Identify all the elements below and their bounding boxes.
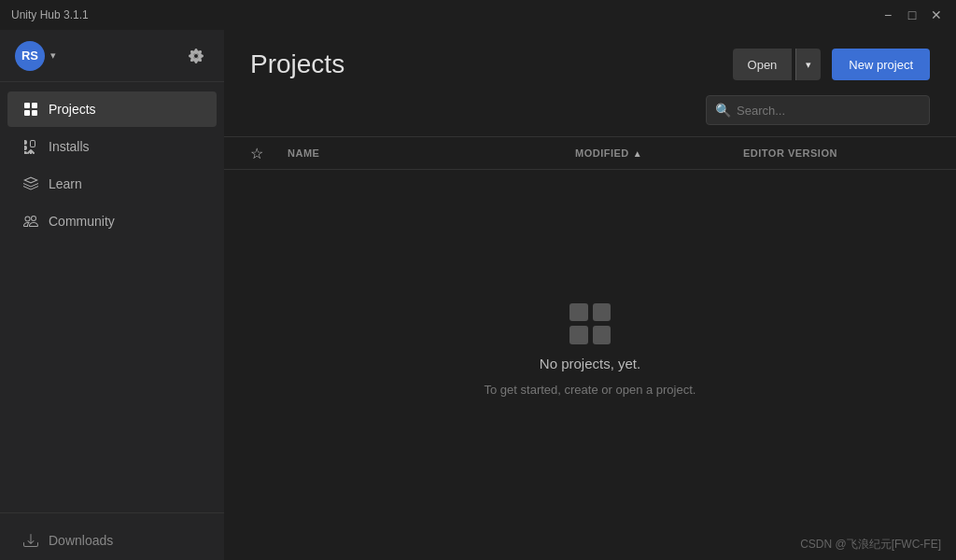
maximize-button[interactable]: □ [904,7,921,23]
sidebar-nav: Projects Installs Lea [0,82,224,512]
download-icon [22,532,39,549]
watermark: CSDN @飞浪纪元[FWC-FE] [224,529,956,560]
projects-icon [22,101,39,118]
empty-icon-sq2 [593,303,612,322]
title-bar: Unity Hub 3.1.1 − □ ✕ [0,0,956,30]
search-icon: 🔍 [715,103,731,118]
close-button[interactable]: ✕ [928,7,945,23]
page-title: Projects [250,49,344,79]
minimize-button[interactable]: − [879,7,896,23]
sidebar-item-installs-label: Installs [49,139,90,154]
main-header: Projects Open ▾ New project [224,30,956,95]
modified-column-header[interactable]: MODIFIED ▲ [575,147,743,159]
empty-icon-sq3 [569,326,588,344]
header-actions: Open ▾ New project [733,49,930,80]
community-icon [22,213,39,230]
avatar[interactable]: RS [15,41,45,71]
learn-icon [22,175,39,192]
empty-icon-sq4 [593,326,612,344]
name-column-header[interactable]: NAME [288,147,575,159]
sidebar-item-downloads[interactable]: Downloads [7,523,217,558]
gear-icon [189,49,204,63]
chevron-down-icon[interactable]: ▾ [50,49,56,62]
sort-arrow-icon: ▲ [633,148,642,159]
sidebar-item-installs[interactable]: Installs [7,129,217,164]
sidebar-item-learn-label: Learn [49,176,82,191]
star-column-header: ☆ [250,145,288,162]
empty-subtitle: To get started, create or open a project… [485,383,696,397]
sidebar-item-downloads-label: Downloads [49,533,113,548]
empty-icon [569,303,611,344]
search-container: 🔍 [706,95,930,125]
main-content: Projects Open ▾ New project 🔍 ☆ NAME MOD… [224,30,956,560]
sidebar-item-projects[interactable]: Projects [7,91,217,127]
installs-icon [22,138,39,155]
sidebar-item-community-label: Community [49,214,115,229]
open-dropdown-button[interactable]: ▾ [795,49,821,80]
new-project-button[interactable]: New project [832,49,930,80]
empty-state: No projects, yet. To get started, create… [224,170,956,529]
editor-column-header[interactable]: EDITOR VERSION [743,147,930,159]
empty-title: No projects, yet. [540,356,640,371]
open-button[interactable]: Open [733,49,793,80]
app-title: Unity Hub 3.1.1 [11,8,89,21]
svg-rect-0 [24,103,30,108]
svg-rect-1 [32,103,37,108]
sidebar-bottom: Downloads [0,512,224,560]
star-icon: ☆ [250,146,263,161]
sidebar-header: RS ▾ [0,30,224,82]
sidebar-item-community[interactable]: Community [7,203,217,239]
svg-rect-2 [24,110,30,116]
sidebar-item-learn[interactable]: Learn [7,166,217,202]
search-input[interactable] [706,95,930,125]
search-bar: 🔍 [224,95,956,136]
user-section[interactable]: RS ▾ [15,41,56,71]
app-body: RS ▾ P [0,30,956,560]
window-controls: − □ ✕ [879,7,945,23]
empty-icon-sq1 [569,303,588,322]
sidebar-item-projects-label: Projects [49,102,96,117]
svg-rect-3 [32,110,37,116]
settings-button[interactable] [183,43,209,69]
sidebar: RS ▾ P [0,30,224,560]
table-header: ☆ NAME MODIFIED ▲ EDITOR VERSION [224,136,956,170]
